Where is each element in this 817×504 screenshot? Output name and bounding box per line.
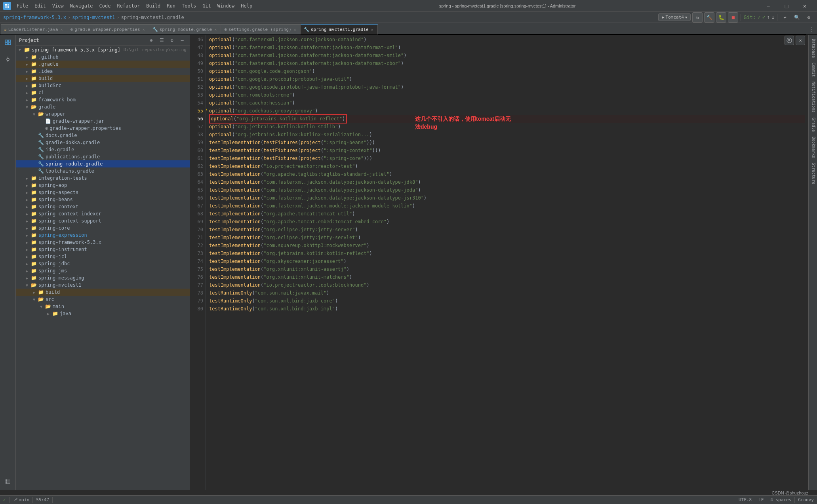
tree-spring-jdbc[interactable]: ▶ 📁 spring-jdbc <box>16 260 190 267</box>
tree-java[interactable]: ▶ 📁 java <box>16 310 190 317</box>
build-button[interactable]: 🔨 <box>704 12 714 23</box>
tree-spring-framework-53x[interactable]: ▶ 📁 spring-framework-5.3.x <box>16 239 190 246</box>
tree-buildsrc[interactable]: ▶ 📁 buildSrc <box>16 82 190 89</box>
menu-help[interactable]: Help <box>238 2 255 10</box>
sidebar-options-btn[interactable]: ⚙ <box>168 36 176 45</box>
tree-toolchains-gradle[interactable]: ▶ 🔧 toolchains.gradle <box>16 167 190 175</box>
menu-code[interactable]: Code <box>96 2 114 10</box>
status-encoding[interactable]: UTF-8 <box>739 497 752 502</box>
close-button[interactable]: ✕ <box>796 0 814 12</box>
tab-more-button[interactable]: ⋮ <box>806 24 817 34</box>
tree-spring-messaging[interactable]: ▶ 📁 spring-messaging <box>16 274 190 281</box>
commit-tab[interactable]: Commit <box>809 60 817 79</box>
tree-publications-gradle[interactable]: ▶ 🔧 publications.gradle <box>16 153 190 160</box>
tree-spring-context[interactable]: ▶ 📁 spring-context <box>16 203 190 210</box>
status-filetype[interactable]: Groovy <box>798 497 814 502</box>
sidebar-locate-btn[interactable]: ⊕ <box>147 36 156 45</box>
breadcrumb-root[interactable]: spring-framework-5.3.x <box>3 15 66 20</box>
tree-gradle-hidden[interactable]: ▶ 📁 .gradle <box>16 61 190 68</box>
tree-build-mvctest1[interactable]: ▶ 📁 build <box>16 289 190 296</box>
tree-framework-bom[interactable]: ▶ 📁 framework-bom <box>16 96 190 103</box>
menu-tools[interactable]: Tools <box>179 2 199 10</box>
run-button[interactable]: ▶ Tomcat4 ▼ <box>658 13 691 21</box>
tree-gradle-wrapper-jar[interactable]: ▶ 📄 gradle-wrapper.jar <box>16 118 190 125</box>
tab-2[interactable]: 🔧 spring-module.gradle ✕ <box>149 24 221 34</box>
search-button[interactable]: 🔍 <box>792 12 802 23</box>
git-branch-status[interactable]: ⎇ main <box>13 497 30 502</box>
debug-button[interactable]: 🐛 <box>716 12 726 23</box>
stop-button[interactable]: ■ <box>728 12 738 23</box>
tree-gradle[interactable]: ▼ 📂 gradle <box>16 103 190 110</box>
sidebar-collapse-btn[interactable]: ☰ <box>157 36 166 45</box>
tree-gradle-dokka[interactable]: ▶ 🔧 gradle-dokka.gradle <box>16 139 190 146</box>
tree-spring-expression[interactable]: ▶ 📁 spring-expression <box>16 232 190 239</box>
project-panel-icon[interactable] <box>2 36 14 49</box>
tab-0-close[interactable]: ✕ <box>59 27 63 32</box>
commit-icon[interactable] <box>2 53 14 66</box>
tree-ci[interactable]: ▶ 📁 ci <box>16 89 190 96</box>
menu-refactor[interactable]: Refactor <box>114 2 143 10</box>
status-indent[interactable]: 4 spaces <box>770 497 791 502</box>
tree-label: integration-tests <box>38 175 87 181</box>
code-area[interactable]: optional("com.fasterxml.jackson.core:jac… <box>206 35 808 490</box>
tree-spring-jms[interactable]: ▶ 📁 spring-jms <box>16 267 190 274</box>
tab-4-close[interactable]: ✕ <box>370 27 374 32</box>
structure-tab[interactable]: Structure <box>809 160 817 186</box>
correction-badge[interactable]: ✕ <box>785 36 805 45</box>
tree-main[interactable]: ▼ 📂 main <box>16 303 190 310</box>
maximize-button[interactable]: □ <box>777 0 796 12</box>
sidebar-title: Project <box>19 38 39 43</box>
status-line-sep[interactable]: LF <box>758 497 764 502</box>
tab-4[interactable]: 🔧 spring-mvctest1.gradle ✕ <box>301 24 378 34</box>
menu-view[interactable]: View <box>49 2 67 10</box>
tab-2-close[interactable]: ✕ <box>213 27 217 32</box>
structure-icon[interactable] <box>2 475 14 488</box>
tab-3-close[interactable]: ✕ <box>293 27 297 32</box>
folder-icon: 📁 <box>31 175 37 181</box>
tree-spring-aspects[interactable]: ▶ 📁 spring-aspects <box>16 189 190 196</box>
tree-build-root[interactable]: ▶ 📁 build <box>16 75 190 82</box>
tree-wrapper[interactable]: ▼ 📂 wrapper <box>16 110 190 118</box>
tree-docs-gradle[interactable]: ▶ 🔧 docs.gradle <box>16 132 190 139</box>
status-line-col[interactable]: 55:47 <box>36 497 49 502</box>
tree-spring-instrument[interactable]: ▶ 📁 spring-instrument <box>16 246 190 253</box>
notifications-tab[interactable]: Notifications <box>809 79 817 115</box>
tree-gradle-wrapper-props[interactable]: ▶ ⚙ gradle-wrapper.properties <box>16 125 190 132</box>
menu-build[interactable]: Build <box>143 2 164 10</box>
tree-integration-tests[interactable]: ▶ 📁 integration-tests <box>16 175 190 182</box>
tree-src[interactable]: ▼ 📂 src <box>16 296 190 303</box>
menu-window[interactable]: Window <box>214 2 238 10</box>
tree-ide-gradle[interactable]: ▶ 🔧 ide.gradle <box>16 146 190 153</box>
tree-spring-beans[interactable]: ▶ 📁 spring-beans <box>16 196 190 203</box>
tree-spring-context-indexer[interactable]: ▶ 📁 spring-context-indexer <box>16 210 190 217</box>
code-line-64: testImplementation("com.fasterxml.jackso… <box>209 178 805 186</box>
tree-spring-module-gradle[interactable]: ▶ 🔧 spring-module.gradle <box>16 160 190 167</box>
breadcrumb-module[interactable]: spring-mvctest1 <box>72 15 115 20</box>
menu-edit[interactable]: Edit <box>31 2 49 10</box>
tree-spring-context-support[interactable]: ▶ 📁 spring-context-support <box>16 217 190 224</box>
tree-spring-mvctest1[interactable]: ▼ 📂 spring-mvctest1 <box>16 281 190 289</box>
minimize-button[interactable]: − <box>759 0 777 12</box>
sync-button[interactable]: ↻ <box>692 12 703 23</box>
menu-navigate[interactable]: Navigate <box>67 2 96 10</box>
tree-spring-jcl[interactable]: ▶ 📁 spring-jcl <box>16 253 190 260</box>
tab-3[interactable]: ⚙ settings.gradle (spring) ✕ <box>221 24 301 34</box>
tree-github[interactable]: ▶ 📁 .github <box>16 53 190 61</box>
gradle-tab[interactable]: Gradle <box>809 115 817 134</box>
menu-run[interactable]: Run <box>164 2 179 10</box>
tree-spring-aop[interactable]: ▶ 📁 spring-aop <box>16 182 190 189</box>
tree-spring-core[interactable]: ▶ 📁 spring-core <box>16 224 190 232</box>
tab-1[interactable]: ⚙ gradle-wrapper.properties ✕ <box>67 24 149 34</box>
bookmarks-tab[interactable]: Bookmarks <box>809 134 817 160</box>
menu-git[interactable]: Git <box>199 2 214 10</box>
settings-button[interactable]: ⚙ <box>804 12 814 23</box>
tree-item-root[interactable]: ▼ 📁 spring-framework-5.3.x [spring] D:\g… <box>16 46 190 53</box>
menu-file[interactable]: File <box>13 2 31 10</box>
code-line-73: testImplementation("org.jetbrains.kotlin… <box>209 249 805 257</box>
undo-button[interactable]: ↩ <box>780 12 790 23</box>
tab-1-close[interactable]: ✕ <box>142 27 146 32</box>
tab-0[interactable]: ☕ LoaderListener.java ✕ <box>1 24 67 34</box>
sidebar-minimize-btn[interactable]: — <box>178 36 187 45</box>
database-tab[interactable]: Database <box>809 36 817 60</box>
tree-idea[interactable]: ▶ 📁 .idea <box>16 68 190 75</box>
